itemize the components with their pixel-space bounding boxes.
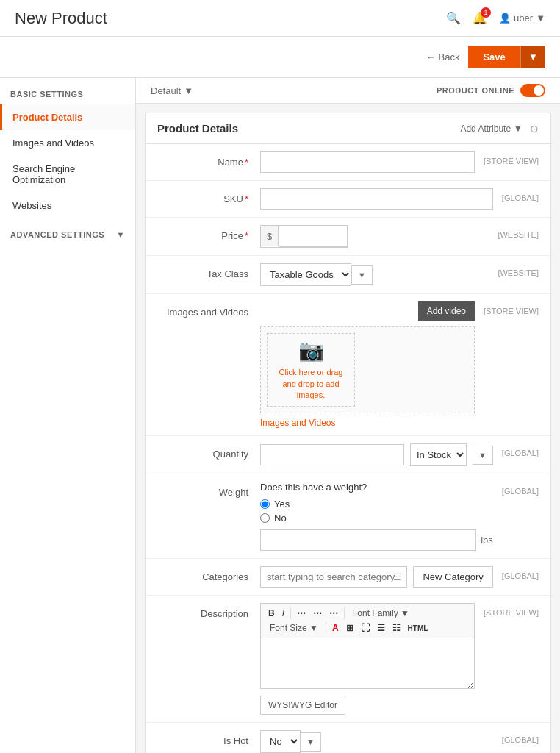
chevron-down-icon: ▼ [514, 124, 523, 134]
categories-input-group: ☰ New Category [260, 566, 493, 588]
font-family-dropdown[interactable]: Font Family ▼ [348, 607, 414, 620]
price-input[interactable] [279, 226, 348, 247]
categories-search-wrap: ☰ [260, 566, 407, 588]
ordered-list-button[interactable]: ☷ [390, 621, 403, 635]
add-attribute-button[interactable]: Add Attribute ▼ [460, 124, 523, 134]
weight-scope: [GLOBAL] [502, 482, 539, 496]
page-title: New Product [15, 9, 107, 28]
unordered-list-button[interactable]: ☰ [374, 621, 388, 635]
is-hot-wrap: No ▼ [260, 730, 493, 753]
html-button[interactable]: HTML [405, 623, 431, 634]
stock-status-dropdown-button[interactable]: ▼ [473, 446, 493, 465]
weight-no-radio[interactable] [260, 513, 270, 523]
dropzone-text: Click here or drag and drop to add image… [273, 367, 348, 401]
name-input[interactable] [260, 151, 475, 173]
price-scope: [WEBSITE] [498, 225, 539, 239]
toolbar-separator-3 [326, 622, 326, 634]
is-hot-row: Is Hot No ▼ [GLOBAL] [146, 723, 550, 753]
content-area: Default ▼ PRODUCT ONLINE Product Details… [136, 78, 560, 753]
tax-class-select[interactable]: Taxable Goods [260, 263, 351, 286]
product-online-switch[interactable] [520, 84, 545, 97]
toolbar-separator-2 [344, 607, 345, 619]
weight-label: Weight [157, 482, 260, 498]
weight-input[interactable] [260, 529, 476, 551]
is-hot-select[interactable]: No [260, 730, 301, 753]
images-header: Add video [260, 301, 475, 321]
image-dropzone[interactable]: 📷 Click here or drag and drop to add ima… [267, 333, 355, 407]
collapse-icon[interactable]: ⊙ [530, 123, 539, 135]
is-hot-scope: [GLOBAL] [502, 730, 539, 744]
weight-yes-option[interactable]: Yes [260, 499, 493, 510]
weight-value-group: lbs [260, 529, 493, 551]
chevron-down-icon: ▼ [536, 13, 545, 24]
name-label: Name* [157, 151, 260, 168]
quantity-input-group: In Stock ▼ [260, 443, 493, 466]
price-field-wrap: $ [260, 225, 489, 248]
save-button[interactable]: Save [468, 46, 520, 68]
tax-class-label: Tax Class [157, 263, 260, 279]
font-color-button[interactable]: A [329, 621, 342, 635]
quantity-scope: [GLOBAL] [502, 443, 539, 457]
store-view-dropdown[interactable]: Default ▼ [151, 85, 193, 96]
save-dropdown-button[interactable]: ▼ [520, 46, 545, 68]
description-toolbar: B I ⋯ ⋯ ⋯ Font Family ▼ Font Size ▼ A ⊞ … [260, 603, 475, 638]
quantity-input[interactable] [260, 444, 404, 465]
align-right-button[interactable]: ⋯ [326, 607, 341, 620]
font-size-dropdown[interactable]: Font Size ▼ [265, 621, 323, 635]
images-row: Images and Videos Add video 📷 Click here… [146, 294, 550, 436]
advanced-settings-toggle[interactable]: ADVANCED SETTINGS ▼ [0, 218, 135, 245]
tax-scope: [WEBSITE] [498, 263, 539, 277]
save-button-group: Save ▼ [468, 46, 545, 68]
description-textarea[interactable] [260, 638, 475, 689]
tax-class-dropdown-button[interactable]: ▼ [351, 265, 373, 285]
user-menu[interactable]: 👤 uber ▼ [499, 13, 545, 24]
sidebar-item-images-videos[interactable]: Images and Videos [0, 130, 135, 156]
camera-icon: 📷 [298, 338, 324, 363]
sidebar-item-seo[interactable]: Search Engine Optimization [0, 156, 135, 193]
tax-class-select-group: Taxable Goods ▼ [260, 263, 489, 286]
price-input-group: $ [260, 225, 348, 248]
main-layout: BASIC SETTINGS Product Details Images an… [0, 78, 560, 753]
name-row: Name* [STORE VIEW] [146, 144, 550, 181]
chevron-down-icon: ▼ [184, 85, 193, 96]
bold-button[interactable]: B [265, 607, 278, 620]
new-category-button[interactable]: New Category [413, 566, 492, 588]
header-actions: 🔍 🔔 1 👤 uber ▼ [446, 11, 545, 25]
add-video-button[interactable]: Add video [418, 301, 475, 321]
images-and-videos-link[interactable]: Images and Videos [260, 418, 475, 428]
align-center-button[interactable]: ⋯ [310, 607, 325, 620]
header: New Product 🔍 🔔 1 👤 uber ▼ [0, 0, 560, 37]
italic-button[interactable]: I [279, 607, 287, 620]
notification-icon[interactable]: 🔔 1 [473, 11, 487, 25]
tax-class-wrap: Taxable Goods ▼ [260, 263, 489, 286]
description-row: Description B I ⋯ ⋯ ⋯ Font Family ▼ Font… [146, 596, 550, 723]
section-title: Product Details [157, 122, 238, 135]
categories-scope: [GLOBAL] [502, 566, 539, 580]
back-button[interactable]: ← Back [426, 51, 460, 63]
weight-radio-group: Yes No [260, 499, 493, 524]
is-hot-label: Is Hot [157, 730, 260, 746]
images-label: Images and Videos [157, 301, 260, 318]
weight-yes-radio[interactable] [260, 499, 270, 509]
search-icon[interactable]: 🔍 [446, 11, 461, 25]
sidebar-item-websites[interactable]: Websites [0, 193, 135, 218]
sku-row: SKU* [GLOBAL] [146, 181, 550, 218]
weight-no-option[interactable]: No [260, 513, 493, 524]
is-hot-dropdown-button[interactable]: ▼ [301, 732, 321, 752]
align-left-button[interactable]: ⋯ [294, 607, 309, 620]
sku-scope: [GLOBAL] [502, 188, 539, 202]
image-button[interactable]: ⛶ [358, 621, 373, 635]
table-button[interactable]: ⊞ [343, 621, 356, 635]
is-hot-select-group: No ▼ [260, 730, 493, 753]
sku-input[interactable] [260, 188, 493, 210]
categories-row: Categories ☰ New Category [GLOBAL] [146, 559, 550, 596]
wysiwyg-editor-button[interactable]: WYSIWYG Editor [260, 696, 345, 715]
sidebar-item-product-details[interactable]: Product Details [0, 104, 135, 130]
quantity-row: Quantity In Stock ▼ [GLOBAL] [146, 436, 550, 474]
stock-status-select[interactable]: In Stock [410, 443, 467, 466]
notification-badge: 1 [481, 7, 491, 18]
categories-search-input[interactable] [260, 566, 407, 588]
toolbar-separator [290, 607, 291, 619]
weight-unit: lbs [481, 535, 493, 546]
sku-field-wrap [260, 188, 493, 210]
